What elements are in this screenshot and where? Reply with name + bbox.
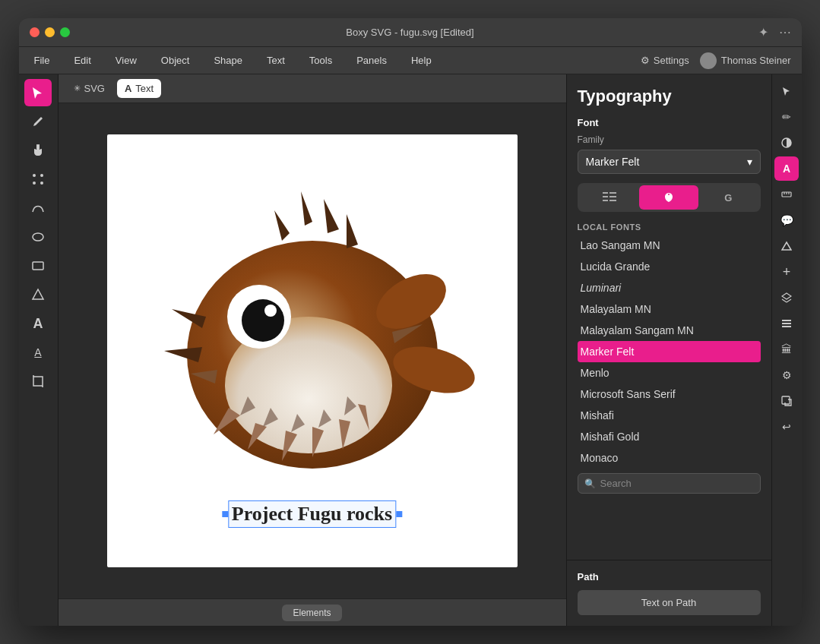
font-item-microsoft[interactable]: Microsoft Sans Serif xyxy=(578,384,761,405)
rect-tool[interactable] xyxy=(24,252,52,279)
text-small-tool[interactable]: A xyxy=(24,339,52,366)
canvas[interactable]: Project Fugu rocks xyxy=(107,134,518,567)
right-panel: Typography Font Family Marker Felt ▾ G xyxy=(566,74,771,626)
rtool-pencil[interactable]: ✏ xyxy=(774,105,799,129)
pen-tool[interactable] xyxy=(24,108,52,135)
svg-marker-49 xyxy=(782,293,791,299)
text-tool[interactable]: A xyxy=(24,310,52,337)
font-tab-google[interactable]: G xyxy=(698,185,758,210)
chevron-down-icon: ▾ xyxy=(747,156,752,168)
menubar: File Edit View Object Shape Text Tools P… xyxy=(19,47,802,74)
menu-view[interactable]: View xyxy=(111,52,141,69)
fullscreen-button[interactable] xyxy=(60,27,70,37)
font-item-marker-felt[interactable]: Marker Felt xyxy=(578,341,761,362)
close-button[interactable] xyxy=(30,27,40,37)
tab-text[interactable]: A Text xyxy=(117,79,161,98)
crop-tool[interactable] xyxy=(24,368,52,395)
rtool-cursor[interactable] xyxy=(774,79,799,103)
text-tab-icon: A xyxy=(125,83,131,94)
elements-button[interactable]: Elements xyxy=(282,605,341,621)
bezier-tool[interactable] xyxy=(24,194,52,222)
settings-icon: ⚙ xyxy=(641,55,650,66)
svg-marker-18 xyxy=(347,214,358,248)
tab-bar: ✳ SVG A Text xyxy=(59,74,566,103)
font-item-lao[interactable]: Lao Sangam MN xyxy=(578,235,761,256)
handle-left[interactable] xyxy=(222,511,228,517)
rtool-triangle[interactable] xyxy=(774,234,799,258)
font-tab-apple[interactable] xyxy=(639,185,698,210)
menu-help[interactable]: Help xyxy=(407,52,436,69)
rtool-typography[interactable]: A xyxy=(774,156,799,181)
font-item-lucida[interactable]: Lucida Grande xyxy=(578,256,761,277)
svg-point-4 xyxy=(33,233,43,241)
font-family-select[interactable]: Marker Felt ▾ xyxy=(578,150,761,174)
svg-marker-48 xyxy=(782,242,791,250)
rtool-chat[interactable]: 💬 xyxy=(774,208,799,232)
main-content: A A ✳ SVG A Text xyxy=(19,74,802,626)
settings-button[interactable]: ⚙ Settings xyxy=(641,55,689,66)
font-item-menlo[interactable]: Menlo xyxy=(578,362,761,384)
svg-rect-38 xyxy=(603,196,608,197)
menu-edit[interactable]: Edit xyxy=(69,52,95,69)
path-label: Path xyxy=(578,571,761,582)
select-tool[interactable] xyxy=(24,79,52,106)
font-search-input[interactable] xyxy=(600,478,754,489)
text-on-path-button[interactable]: Text on Path xyxy=(578,590,761,615)
svg-rect-52 xyxy=(782,320,791,321)
svg-marker-6 xyxy=(33,289,43,299)
rtool-layers[interactable] xyxy=(774,286,799,310)
rtool-ruler[interactable] xyxy=(774,182,799,207)
svg-point-3 xyxy=(40,182,43,185)
font-item-monaco[interactable]: Monaco xyxy=(578,447,761,469)
ellipse-tool[interactable] xyxy=(24,223,52,251)
menu-shape[interactable]: Shape xyxy=(209,52,247,69)
handle-right[interactable] xyxy=(396,511,402,517)
svg-line-50 xyxy=(782,299,787,302)
menu-tools[interactable]: Tools xyxy=(305,52,337,69)
svg-line-51 xyxy=(787,299,791,302)
rtool-contrast[interactable] xyxy=(774,131,799,155)
triangle-tool[interactable] xyxy=(24,281,52,308)
font-list: Lao Sangam MN Lucida Grande Luminari Mal… xyxy=(578,235,761,469)
menu-file[interactable]: File xyxy=(30,52,55,69)
family-label: Family xyxy=(578,134,761,145)
rtool-list[interactable] xyxy=(774,311,799,336)
extensions-icon[interactable]: ✦ xyxy=(758,25,768,39)
rtool-plus[interactable]: + xyxy=(774,260,799,284)
more-options-icon[interactable]: ⋯ xyxy=(779,25,791,39)
window-title: Boxy SVG - fugu.svg [Edited] xyxy=(346,27,473,38)
rtool-export[interactable] xyxy=(774,389,799,413)
rtool-gear[interactable]: ⚙ xyxy=(774,363,799,387)
canvas-text[interactable]: Project Fugu rocks xyxy=(228,500,396,528)
menu-panels[interactable]: Panels xyxy=(352,52,391,69)
svg-point-2 xyxy=(33,182,36,185)
minimize-button[interactable] xyxy=(45,27,55,37)
font-item-mishafi-gold[interactable]: Mishafi Gold xyxy=(578,426,761,447)
svg-point-1 xyxy=(40,174,43,177)
rtool-building[interactable]: 🏛 xyxy=(774,337,799,361)
svg-rect-53 xyxy=(782,323,791,324)
font-tab-list[interactable] xyxy=(580,185,639,210)
menu-text[interactable]: Text xyxy=(262,52,290,69)
font-item-malayalam-sangam[interactable]: Malayalam Sangam MN xyxy=(578,320,761,341)
svg-marker-20 xyxy=(164,347,202,362)
font-item-luminari[interactable]: Luminari xyxy=(578,277,761,298)
canvas-bottom: Elements xyxy=(59,598,566,626)
menu-object[interactable]: Object xyxy=(157,52,195,69)
left-toolbar: A A xyxy=(19,74,59,626)
panel-title: Typography xyxy=(578,87,761,106)
rtool-undo[interactable]: ↩ xyxy=(774,415,799,439)
hand-tool[interactable] xyxy=(24,137,52,164)
user-button[interactable]: Thomas Steiner xyxy=(700,52,791,69)
svg-rect-42 xyxy=(609,200,616,201)
node-tool[interactable] xyxy=(24,166,52,193)
font-item-mishafi[interactable]: Mishafi xyxy=(578,405,761,426)
svg-rect-55 xyxy=(782,396,790,404)
text-selection[interactable]: Project Fugu rocks xyxy=(222,500,402,528)
font-search-box[interactable]: 🔍 xyxy=(578,473,761,494)
menubar-right: ⚙ Settings Thomas Steiner xyxy=(641,52,791,69)
svg-marker-15 xyxy=(274,210,290,241)
svg-rect-40 xyxy=(609,192,616,194)
tab-svg[interactable]: ✳ SVG xyxy=(66,79,112,98)
font-item-malayalam[interactable]: Malayalam MN xyxy=(578,298,761,320)
